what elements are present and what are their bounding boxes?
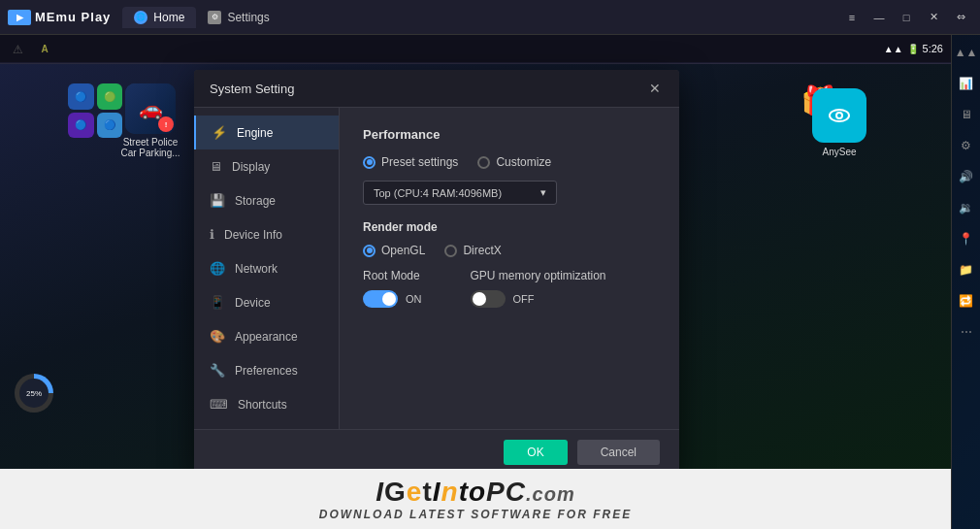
- directx-radio-btn[interactable]: [444, 245, 457, 257]
- minimize-button[interactable]: —: [867, 8, 891, 27]
- opengl-radio-btn[interactable]: [363, 245, 376, 257]
- logo-icon: ▶: [8, 10, 31, 25]
- watermark-line2: Download Latest Software for Free: [16, 508, 935, 521]
- root-mode-state: ON: [406, 293, 422, 305]
- nav-device-info-label: Device Info: [224, 228, 282, 242]
- sidebar-wifi-icon[interactable]: ▲▲: [957, 43, 976, 62]
- dialog-close-button[interactable]: ✕: [646, 80, 664, 97]
- cancel-button[interactable]: Cancel: [577, 440, 660, 465]
- title-bar: ▶ MEmu Play 🌐 Home ⚙ Settings ≡ — □ ✕ ⇔: [0, 0, 980, 35]
- ok-button[interactable]: OK: [504, 440, 567, 465]
- gpu-memory-toggle-item: GPU memory optimization OFF: [471, 269, 606, 308]
- nav-engine-label: Engine: [237, 126, 273, 140]
- toggle-row: Root Mode ON GPU memory optimization: [363, 269, 656, 308]
- network-icon: 🌐: [210, 261, 225, 276]
- preferences-icon: 🔧: [210, 363, 225, 378]
- performance-radio-group: Preset settings Customize: [363, 155, 656, 169]
- render-mode-title: Render mode: [363, 220, 656, 234]
- performance-title: Performance: [363, 127, 656, 142]
- app-title: MEmu Play: [35, 10, 111, 24]
- window-controls: ≡ — □ ✕ ⇔: [840, 8, 972, 27]
- nav-item-device-info[interactable]: ℹ Device Info: [194, 217, 339, 251]
- root-mode-control: ON: [363, 290, 422, 308]
- emulator-window: ▶ MEmu Play 🌐 Home ⚙ Settings ≡ — □ ✕ ⇔ …: [0, 0, 980, 529]
- performance-dropdown[interactable]: Top (CPU:4 RAM:4096MB) ▾: [363, 181, 557, 205]
- sidebar-screen-icon[interactable]: 🖥: [957, 105, 976, 124]
- sidebar-chart-icon[interactable]: 📊: [957, 74, 976, 93]
- sidebar-rotate-icon[interactable]: 🔁: [957, 291, 976, 311]
- directx-label: DirectX: [463, 244, 501, 257]
- sidebar-volume-up-icon[interactable]: 🔊: [957, 167, 976, 186]
- android-desktop: ⚠ A ▲▲ 🔋 5:26 🔵 🟢 🔵 🔵 🚗 !: [0, 35, 951, 529]
- directx-radio[interactable]: DirectX: [444, 244, 501, 257]
- tab-home[interactable]: 🌐 Home: [122, 7, 196, 28]
- nav-item-storage[interactable]: 💾 Storage: [194, 183, 339, 217]
- nav-display-label: Display: [232, 160, 270, 174]
- settings-tab-icon: ⚙: [208, 11, 221, 24]
- expand-button[interactable]: ⇔: [949, 8, 972, 27]
- sidebar-more-icon[interactable]: ⋯: [957, 322, 976, 342]
- settings-tab-label: Settings: [227, 11, 269, 24]
- dialog-body: ⚡ Engine 🖥 Display 💾 Storage: [194, 108, 679, 429]
- wm-get: Get: [384, 477, 433, 507]
- gpu-memory-label: GPU memory optimization: [471, 269, 606, 282]
- sidebar-location-icon[interactable]: 📍: [957, 229, 976, 248]
- customize-radio-btn[interactable]: [477, 156, 490, 169]
- dialog-content: Performance Preset settings Customize: [340, 108, 679, 429]
- gpu-memory-control: OFF: [471, 290, 606, 308]
- watermark: IGetIntoPC.com Download Latest Software …: [0, 469, 951, 529]
- display-icon: 🖥: [210, 159, 222, 174]
- root-mode-toggle-item: Root Mode ON: [363, 269, 422, 308]
- dialog-nav: ⚡ Engine 🖥 Display 💾 Storage: [194, 108, 340, 429]
- maximize-button[interactable]: □: [895, 8, 918, 27]
- tab-settings[interactable]: ⚙ Settings: [196, 7, 280, 28]
- dialog-overlay: System Setting ✕ ⚡ Engine 🖥: [0, 35, 951, 529]
- customize-label: Customize: [496, 155, 551, 169]
- gpu-memory-toggle[interactable]: [471, 290, 506, 308]
- wm-i: I: [376, 477, 384, 507]
- render-mode-radio-group: OpenGL DirectX: [363, 244, 656, 257]
- wm-pc: PC: [486, 477, 526, 507]
- nav-item-engine[interactable]: ⚡ Engine: [194, 116, 339, 149]
- opengl-radio[interactable]: OpenGL: [363, 244, 425, 257]
- nav-network-label: Network: [235, 262, 278, 276]
- preset-radio-btn[interactable]: [363, 156, 376, 169]
- menu-button[interactable]: ≡: [840, 8, 864, 27]
- sidebar-volume-down-icon[interactable]: 🔉: [957, 198, 976, 217]
- preset-settings-label: Preset settings: [381, 155, 458, 169]
- dialog-header: System Setting ✕: [194, 70, 679, 108]
- gpu-memory-state: OFF: [513, 293, 535, 305]
- system-setting-dialog: System Setting ✕ ⚡ Engine 🖥: [194, 70, 679, 475]
- shortcuts-icon: ⌨: [210, 397, 228, 412]
- engine-icon: ⚡: [212, 125, 227, 140]
- close-button[interactable]: ✕: [922, 8, 945, 27]
- home-tab-label: Home: [153, 11, 184, 24]
- app-logo: ▶ MEmu Play: [8, 10, 111, 25]
- nav-item-shortcuts[interactable]: ⌨ Shortcuts: [194, 387, 339, 421]
- nav-appearance-label: Appearance: [235, 330, 298, 344]
- watermark-line1: IGetIntoPC.com: [16, 477, 935, 508]
- sidebar-folder-icon[interactable]: 📁: [957, 260, 976, 280]
- device-info-icon: ℹ: [210, 227, 214, 242]
- preset-settings-radio[interactable]: Preset settings: [363, 155, 458, 169]
- nav-item-appearance[interactable]: 🎨 Appearance: [194, 319, 339, 353]
- root-mode-label: Root Mode: [363, 269, 422, 282]
- dialog-footer: OK Cancel: [194, 429, 679, 475]
- nav-item-display[interactable]: 🖥 Display: [194, 149, 339, 183]
- wm-dotcom: .com: [526, 483, 575, 505]
- dropdown-value: Top (CPU:4 RAM:4096MB): [374, 187, 502, 199]
- nav-item-device[interactable]: 📱 Device: [194, 285, 339, 319]
- nav-storage-label: Storage: [235, 194, 276, 208]
- right-sidebar: ▲▲ 📊 🖥 ⚙ 🔊 🔉 📍 📁 🔁 ⋯: [951, 35, 980, 529]
- device-icon: 📱: [210, 295, 225, 310]
- customize-radio[interactable]: Customize: [477, 155, 551, 169]
- nav-item-preferences[interactable]: 🔧 Preferences: [194, 353, 339, 387]
- root-mode-toggle[interactable]: [363, 290, 398, 308]
- dropdown-chevron-icon: ▾: [540, 186, 546, 199]
- dialog-title: System Setting: [210, 82, 294, 96]
- nav-preferences-label: Preferences: [235, 364, 298, 378]
- storage-icon: 💾: [210, 193, 225, 208]
- wm-into: Into: [433, 477, 486, 507]
- nav-item-network[interactable]: 🌐 Network: [194, 251, 339, 285]
- sidebar-gear-icon[interactable]: ⚙: [957, 136, 976, 155]
